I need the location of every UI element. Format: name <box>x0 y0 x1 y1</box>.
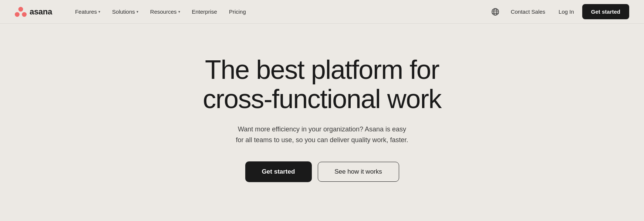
hero-title: The best platform for cross-functional w… <box>203 55 441 114</box>
contact-sales-link[interactable]: Contact Sales <box>506 6 550 18</box>
hero-buttons: Get started See how it works <box>245 161 399 182</box>
nav-features[interactable]: Features ▾ <box>70 6 105 18</box>
svg-point-0 <box>18 7 23 11</box>
nav-links: Features ▾ Solutions ▾ Resources ▾ Enter… <box>70 6 488 18</box>
chevron-down-icon: ▾ <box>136 10 138 14</box>
logo-text: asana <box>30 7 52 17</box>
svg-point-2 <box>22 12 27 17</box>
nav-resources[interactable]: Resources ▾ <box>145 6 185 18</box>
login-link[interactable]: Log In <box>553 6 579 18</box>
asana-logo-icon <box>15 7 27 17</box>
logo[interactable]: asana <box>15 7 52 17</box>
navbar: asana Features ▾ Solutions ▾ Resources ▾… <box>0 0 644 24</box>
nav-solutions[interactable]: Solutions ▾ <box>107 6 144 18</box>
chevron-down-icon: ▾ <box>178 10 180 14</box>
nav-get-started-button[interactable]: Get started <box>582 4 629 19</box>
hero-section: The best platform for cross-functional w… <box>0 24 644 221</box>
hero-get-started-button[interactable]: Get started <box>245 161 312 182</box>
globe-button[interactable] <box>488 4 503 19</box>
hero-see-how-button[interactable]: See how it works <box>318 162 399 182</box>
globe-icon <box>491 8 499 16</box>
chevron-down-icon: ▾ <box>98 10 100 14</box>
hero-subtitle: Want more efficiency in your organizatio… <box>233 124 411 145</box>
nav-pricing[interactable]: Pricing <box>224 6 251 18</box>
nav-right: Contact Sales Log In Get started <box>488 4 629 19</box>
nav-enterprise[interactable]: Enterprise <box>187 6 222 18</box>
svg-point-1 <box>15 12 20 17</box>
